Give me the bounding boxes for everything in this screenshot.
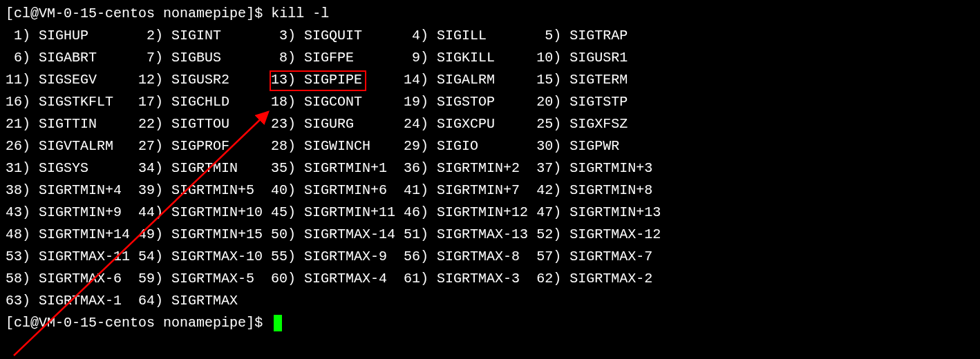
signal-row: 26) SIGVTALRM 27) SIGPROF 28) SIGWINCH 2…: [6, 135, 974, 157]
signal-cell: 23) SIGURG: [271, 113, 404, 135]
signal-cell: 20) SIGTSTP: [536, 91, 628, 113]
signal-cell: 57) SIGRTMAX-7: [536, 246, 652, 268]
signal-cell: 6) SIGABRT: [6, 47, 138, 69]
prompt-path: nonamepipe: [163, 315, 246, 331]
signal-cell: 19) SIGSTOP: [404, 91, 536, 113]
signal-row: 11) SIGSEGV 12) SIGUSR2 13) SIGPIPE 14) …: [6, 69, 974, 91]
signal-row: 31) SIGSYS 34) SIGRTMIN 35) SIGRTMIN+1 3…: [6, 157, 974, 180]
signal-cell: 21) SIGTTIN: [6, 113, 138, 135]
signal-cell: 63) SIGRTMAX-1: [6, 290, 138, 312]
signal-row: 6) SIGABRT 7) SIGBUS 8) SIGFPE 9) SIGKIL…: [6, 47, 974, 69]
signal-cell: 31) SIGSYS: [6, 157, 138, 180]
signal-cell: 39) SIGRTMIN+5: [138, 180, 271, 202]
signal-cell: 18) SIGCONT: [271, 91, 404, 113]
signal-cell: 14) SIGALRM: [404, 69, 536, 91]
signal-list: 1) SIGHUP 2) SIGINT 3) SIGQUIT 4) SIGILL…: [6, 25, 974, 312]
signal-cell: 24) SIGXCPU: [404, 113, 536, 135]
signal-cell: 42) SIGRTMIN+8: [536, 180, 652, 202]
signal-cell: 2) SIGINT: [138, 25, 271, 47]
signal-cell: 46) SIGRTMIN+12: [404, 202, 536, 224]
prompt-symbol: $: [254, 315, 263, 331]
prompt-host: VM-0-15-centos: [39, 6, 155, 21]
signal-cell: 34) SIGRTMIN: [138, 157, 271, 180]
signal-cell: 22) SIGTTOU: [138, 113, 271, 135]
signal-cell: 13) SIGPIPE: [271, 69, 404, 91]
signal-cell: 56) SIGRTMAX-8: [404, 246, 536, 268]
signal-row: 53) SIGRTMAX-11 54) SIGRTMAX-10 55) SIGR…: [6, 246, 974, 268]
signal-cell: 55) SIGRTMAX-9: [271, 246, 404, 268]
command-text: kill -l: [271, 6, 329, 21]
signal-cell: 45) SIGRTMIN+11: [271, 202, 404, 224]
signal-cell: 3) SIGQUIT: [271, 25, 404, 47]
signal-cell: 38) SIGRTMIN+4: [6, 180, 138, 202]
signal-row: 48) SIGRTMIN+14 49) SIGRTMIN+15 50) SIGR…: [6, 224, 974, 246]
signal-cell: 4) SIGILL: [404, 25, 536, 47]
signal-cell: 62) SIGRTMAX-2: [536, 268, 652, 290]
signal-row: 16) SIGSTKFLT 17) SIGCHLD 18) SIGCONT 19…: [6, 91, 974, 113]
signal-row: 21) SIGTTIN 22) SIGTTOU 23) SIGURG 24) S…: [6, 113, 974, 135]
signal-row: 63) SIGRTMAX-1 64) SIGRTMAX: [6, 290, 974, 312]
prompt-user: cl: [14, 6, 30, 21]
signal-cell: 64) SIGRTMAX: [138, 290, 271, 312]
signal-cell: 29) SIGIO: [404, 135, 536, 157]
signal-cell: 59) SIGRTMAX-5: [138, 268, 271, 290]
signal-cell: 28) SIGWINCH: [271, 135, 404, 157]
terminal-prompt-line: [cl@VM-0-15-centos nonamepipe]$ kill -l: [6, 3, 974, 25]
signal-cell: 16) SIGSTKFLT: [6, 91, 138, 113]
signal-cell: 47) SIGRTMIN+13: [536, 202, 661, 224]
signal-cell: 5) SIGTRAP: [536, 25, 628, 47]
signal-cell: 25) SIGXFSZ: [536, 113, 628, 135]
cursor-block: [274, 315, 282, 331]
signal-cell: 27) SIGPROF: [138, 135, 271, 157]
signal-cell: 50) SIGRTMAX-14: [271, 224, 404, 246]
signal-cell: 8) SIGFPE: [271, 47, 404, 69]
signal-cell: 10) SIGUSR1: [536, 47, 628, 69]
signal-cell: 51) SIGRTMAX-13: [404, 224, 536, 246]
signal-cell: 36) SIGRTMIN+2: [404, 157, 536, 180]
prompt-symbol: $: [254, 6, 263, 21]
signal-cell: 9) SIGKILL: [404, 47, 536, 69]
signal-cell: 37) SIGRTMIN+3: [536, 157, 652, 180]
signal-cell: 7) SIGBUS: [138, 47, 271, 69]
signal-cell: 41) SIGRTMIN+7: [404, 180, 536, 202]
terminal-prompt-line-end[interactable]: [cl@VM-0-15-centos nonamepipe]$: [6, 312, 974, 334]
signal-cell: 58) SIGRTMAX-6: [6, 268, 138, 290]
signal-cell: 60) SIGRTMAX-4: [271, 268, 404, 290]
signal-cell: 52) SIGRTMAX-12: [536, 224, 661, 246]
signal-cell: 40) SIGRTMIN+6: [271, 180, 404, 202]
signal-cell: 11) SIGSEGV: [6, 69, 138, 91]
signal-cell: 48) SIGRTMIN+14: [6, 224, 138, 246]
signal-cell: 30) SIGPWR: [536, 135, 619, 157]
signal-cell: 17) SIGCHLD: [138, 91, 271, 113]
signal-cell: 26) SIGVTALRM: [6, 135, 138, 157]
signal-cell: 61) SIGRTMAX-3: [404, 268, 536, 290]
signal-row: 43) SIGRTMIN+9 44) SIGRTMIN+10 45) SIGRT…: [6, 202, 974, 224]
signal-cell: 54) SIGRTMAX-10: [138, 246, 271, 268]
prompt-path: nonamepipe: [163, 6, 246, 21]
signal-row: 38) SIGRTMIN+4 39) SIGRTMIN+5 40) SIGRTM…: [6, 180, 974, 202]
signal-cell: 53) SIGRTMAX-11: [6, 246, 138, 268]
signal-row: 58) SIGRTMAX-6 59) SIGRTMAX-5 60) SIGRTM…: [6, 268, 974, 290]
signal-cell: 44) SIGRTMIN+10: [138, 202, 271, 224]
signal-cell: 12) SIGUSR2: [138, 69, 271, 91]
prompt-user: cl: [14, 315, 30, 331]
signal-cell: 49) SIGRTMIN+15: [138, 224, 271, 246]
signal-cell: 43) SIGRTMIN+9: [6, 202, 138, 224]
signal-row: 1) SIGHUP 2) SIGINT 3) SIGQUIT 4) SIGILL…: [6, 25, 974, 47]
signal-cell: 35) SIGRTMIN+1: [271, 157, 404, 180]
signal-cell: 1) SIGHUP: [6, 25, 138, 47]
prompt-host: VM-0-15-centos: [39, 315, 155, 331]
signal-cell: 15) SIGTERM: [536, 69, 628, 91]
